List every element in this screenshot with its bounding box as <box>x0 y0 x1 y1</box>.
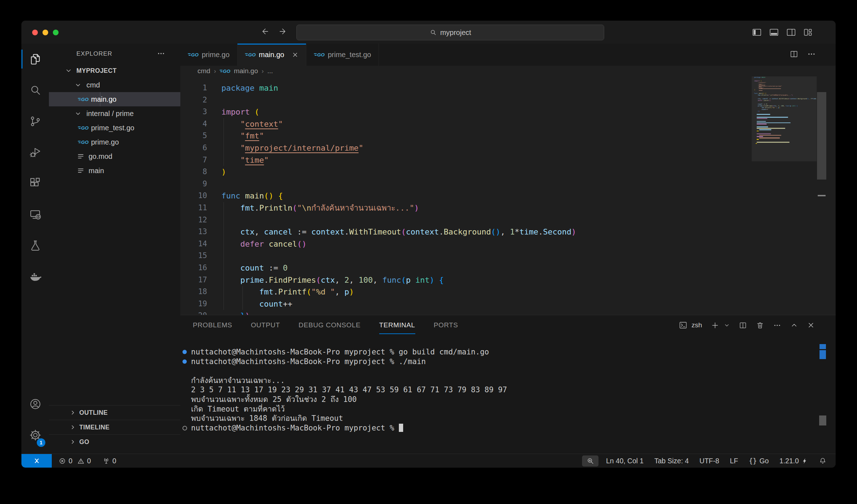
tab-main.go[interactable]: GOmain.go <box>237 44 306 66</box>
activity-bar-item-extensions[interactable] <box>21 168 49 199</box>
editor-scrollbar[interactable] <box>817 66 826 315</box>
cursor-position[interactable]: Ln 40, Col 1 <box>603 454 647 468</box>
encoding[interactable]: UTF-8 <box>696 454 722 468</box>
terminal-line: กำลังค้นหาจำนวนเฉพาะ... <box>180 376 821 385</box>
panel-tab-debug-console[interactable]: DEBUG CONSOLE <box>299 315 361 335</box>
toggle-secondary-sidebar-button[interactable] <box>786 27 796 37</box>
go-file-icon: GO <box>245 52 256 57</box>
language-mode[interactable]: {}Go <box>746 454 772 468</box>
tree-item-label: go.mod <box>89 152 112 161</box>
terminal-shell-badge[interactable]: zsh <box>691 321 702 329</box>
kill-terminal-button[interactable] <box>756 321 764 329</box>
activity-bar-item-run-and-debug[interactable] <box>21 137 49 168</box>
activity-bar-item-search[interactable] <box>21 75 49 106</box>
explorer-more-actions-icon[interactable] <box>157 49 165 59</box>
terminal-line: nuttachot@Machintoshs-MacBook-Pro myproj… <box>180 347 821 357</box>
panel-tab-output[interactable]: OUTPUT <box>251 315 280 335</box>
activity-bar-item-remote-explorer[interactable] <box>21 199 49 230</box>
scrollbar-thumb[interactable] <box>817 92 826 180</box>
tree-item-cmd[interactable]: cmd <box>49 78 180 92</box>
code-editor[interactable]: 1package main23import (4 "context"5 "fmt… <box>180 76 836 315</box>
tree-item-label: prime.go <box>91 138 119 146</box>
search-icon <box>29 84 42 97</box>
close-icon[interactable] <box>292 51 299 58</box>
terminal-dropdown-chevron-icon[interactable] <box>724 322 730 328</box>
tree-item-label: prime_test.go <box>91 124 134 132</box>
line-number: 5 <box>180 130 207 142</box>
terminal-scrollbar-thumb[interactable] <box>819 415 826 425</box>
editor-more-actions-button[interactable] <box>807 50 816 60</box>
problems-indicator[interactable]: 0 0 <box>55 454 94 468</box>
command-decoration-mark <box>820 344 826 349</box>
chevron-right-icon <box>70 439 76 445</box>
breadcrumb-item[interactable]: cmd <box>197 67 210 75</box>
tree-item-prime-test.go[interactable]: GOprime_test.go <box>49 121 180 135</box>
toggle-primary-sidebar-button[interactable] <box>752 27 762 37</box>
code-line: 7 "time" <box>180 154 836 166</box>
breadcrumb-item[interactable]: main.go <box>234 67 258 75</box>
workspace-root-label: MYPROJECT <box>76 67 117 75</box>
tab-prime.go[interactable]: GOprime.go <box>180 44 237 66</box>
svg-text:GO: GO <box>317 52 325 57</box>
indent-guide <box>242 286 243 310</box>
panel-tab-terminal[interactable]: TERMINAL <box>379 315 415 335</box>
terminal-output[interactable]: nuttachot@Machintoshs-MacBook-Pro myproj… <box>180 335 821 454</box>
minimap[interactable]: package mainimport ( "context" "fmt" "my… <box>752 76 817 315</box>
sidebar-section-outline[interactable]: OUTLINE <box>49 405 180 420</box>
split-terminal-button[interactable] <box>739 321 747 329</box>
code-text: defer cancel() <box>207 238 306 250</box>
code-line: 11 fmt.Println("\nกำลังค้นหาจำนวนเฉพาะ..… <box>180 202 836 214</box>
activity-bar-item-source-control[interactable] <box>21 106 49 137</box>
customize-layout-button[interactable] <box>803 27 813 37</box>
forward-button[interactable] <box>278 26 288 38</box>
new-terminal-button[interactable] <box>711 321 719 329</box>
status-bar: 0 0 0 Ln 40, Col 1Tab Size: 4UTF-8LF{}Go… <box>21 454 836 468</box>
activity-bar-item-explorer[interactable] <box>21 44 49 75</box>
toggle-panel-button[interactable] <box>769 27 779 37</box>
close-window-button[interactable] <box>32 30 38 35</box>
tree-item-prime.go[interactable]: GOprime.go <box>49 135 180 149</box>
line-number: 8 <box>180 166 207 178</box>
workspace-root-row[interactable]: MYPROJECT <box>49 64 180 78</box>
minimize-window-button[interactable] <box>42 30 48 35</box>
sidebar-section-go[interactable]: GO <box>49 434 180 449</box>
sidebar-section-timeline[interactable]: TIMELINE <box>49 420 180 434</box>
breadcrumb-item[interactable]: ... <box>267 67 273 75</box>
svg-text:GO: GO <box>81 140 89 145</box>
ports-indicator[interactable]: 0 <box>99 454 120 468</box>
tree-item-main[interactable]: main <box>49 163 180 178</box>
code-text: fmt.Println("\nกำลังค้นหาจำนวนเฉพาะ...") <box>207 202 419 214</box>
activity-bar-item-accounts[interactable] <box>21 388 49 419</box>
activity-bar: 1 <box>21 44 49 454</box>
back-button[interactable] <box>260 26 270 38</box>
panel-more-actions-button[interactable] <box>773 321 781 329</box>
remote-indicator[interactable] <box>21 454 52 468</box>
code-text: }) <box>207 310 250 315</box>
notifications-bell[interactable] <box>816 454 830 468</box>
go-version[interactable]: 1.21.0 <box>776 454 811 468</box>
activity-bar-item-testing[interactable] <box>21 230 49 261</box>
code-line: 9 <box>180 178 836 190</box>
error-icon <box>59 457 66 465</box>
indentation-setting[interactable]: Tab Size: 4 <box>651 454 692 468</box>
eol-indicator[interactable]: LF <box>727 454 741 468</box>
activity-bar-item-docker[interactable] <box>21 261 49 292</box>
code-line: 20 }) <box>180 310 836 315</box>
zoom-indicator[interactable] <box>582 455 598 467</box>
split-editor-button[interactable] <box>790 50 798 60</box>
code-line: 5 "fmt" <box>180 130 836 142</box>
tree-item-main.go[interactable]: GOmain.go <box>49 92 180 106</box>
close-panel-button[interactable] <box>807 321 815 329</box>
tab-label: prime_test.go <box>328 51 371 59</box>
zoom-window-button[interactable] <box>53 30 59 35</box>
maximize-panel-button[interactable] <box>790 321 798 329</box>
tree-item-internal-prime[interactable]: internal / prime <box>49 106 180 121</box>
panel-tab-ports[interactable]: PORTS <box>434 315 458 335</box>
tab-prime_test.go[interactable]: GOprime_test.go <box>306 44 379 66</box>
command-center-search[interactable]: myproject <box>296 25 604 40</box>
panel-tab-problems[interactable]: PROBLEMS <box>193 315 232 335</box>
overview-cursor-mark <box>818 195 826 196</box>
bell-icon <box>819 457 827 465</box>
tree-item-go.mod[interactable]: go.mod <box>49 149 180 163</box>
activity-bar-item-settings[interactable]: 1 <box>21 419 49 450</box>
